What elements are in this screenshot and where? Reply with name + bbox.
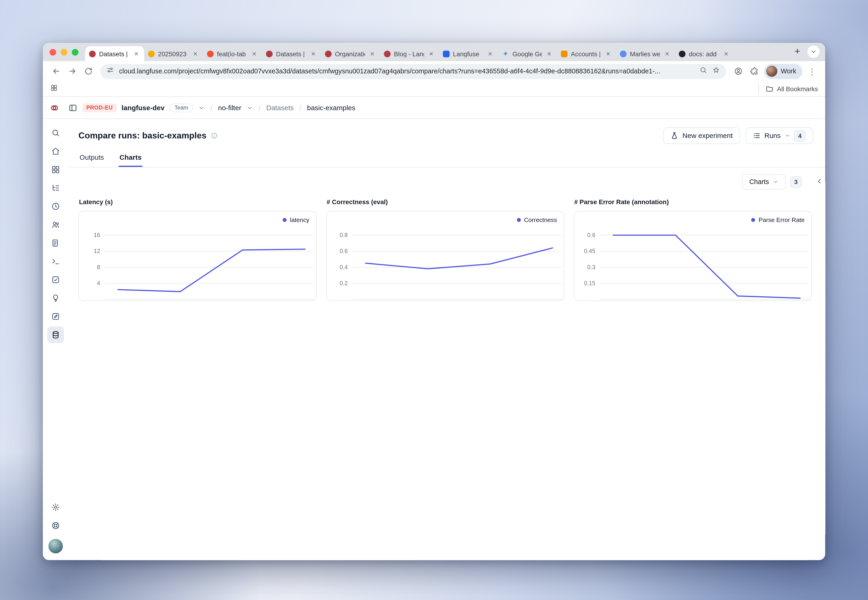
info-icon[interactable] bbox=[211, 132, 218, 139]
users-icon[interactable] bbox=[47, 217, 64, 233]
app-header: PROD-EU langfuse-dev Team / no-filter / … bbox=[43, 97, 825, 119]
browser-tab[interactable]: Datasets | l× bbox=[262, 46, 321, 61]
breadcrumb-datasets[interactable]: Datasets bbox=[266, 104, 294, 112]
runs-label: Runs bbox=[765, 132, 781, 139]
tab-close-icon[interactable]: × bbox=[427, 50, 435, 58]
evals-icon[interactable] bbox=[47, 271, 64, 288]
project-switcher-chevron-icon[interactable] bbox=[246, 104, 253, 111]
tab-close-icon[interactable]: × bbox=[722, 50, 730, 58]
prompts-icon[interactable] bbox=[47, 235, 64, 252]
browser-tab[interactable]: Accounts |× bbox=[557, 46, 616, 61]
browser-tab[interactable]: Organizatio× bbox=[321, 46, 380, 61]
settings-icon[interactable] bbox=[47, 499, 64, 515]
annotation-icon[interactable] bbox=[47, 308, 64, 325]
tab-charts[interactable]: Charts bbox=[118, 153, 143, 167]
svg-text:0.2: 0.2 bbox=[340, 280, 348, 286]
bookmark-star-icon[interactable] bbox=[712, 66, 720, 76]
browser-tab[interactable]: Datasets | l× bbox=[85, 46, 144, 61]
apps-grid-icon[interactable] bbox=[50, 84, 58, 94]
page-tabs: Outputs Charts bbox=[79, 153, 813, 167]
tab-close-icon[interactable]: × bbox=[663, 50, 671, 58]
sidebar-rail bbox=[43, 119, 68, 560]
sidebar-toggle-icon[interactable] bbox=[68, 103, 77, 112]
flask-icon bbox=[671, 132, 678, 139]
back-icon[interactable] bbox=[49, 64, 64, 79]
playground-icon[interactable] bbox=[47, 253, 64, 270]
tab-close-icon[interactable]: × bbox=[486, 50, 494, 58]
browser-profile-chip[interactable]: Work bbox=[764, 64, 802, 79]
chart-card: 481216latency bbox=[79, 211, 317, 301]
svg-text:0.6: 0.6 bbox=[587, 232, 595, 238]
tab-search-chevron-icon[interactable] bbox=[807, 45, 819, 58]
gemini-favicon: ✦ bbox=[502, 50, 509, 57]
charts-dropdown-button[interactable]: Charts bbox=[742, 174, 786, 189]
tab-close-icon[interactable]: × bbox=[369, 50, 376, 58]
extensions-puzzle-icon[interactable] bbox=[747, 64, 762, 79]
line-chart: 0.20.40.60.8 bbox=[326, 211, 564, 300]
tab-title: Google Ge bbox=[513, 50, 542, 57]
browser-window: Datasets | l×20250923×feat(io-tab×Datase… bbox=[43, 43, 825, 560]
tab-outputs[interactable]: Outputs bbox=[79, 153, 105, 167]
folder-icon bbox=[765, 85, 773, 92]
close-window-button[interactable] bbox=[50, 49, 56, 56]
browser-tab[interactable]: Langfuse× bbox=[439, 46, 498, 61]
doc-favicon bbox=[620, 50, 627, 57]
tab-close-icon[interactable]: × bbox=[604, 50, 612, 58]
charts-panel: Charts 3 Latency (s)481216latency# Corre… bbox=[68, 167, 826, 560]
tracing-icon[interactable] bbox=[47, 180, 64, 196]
all-bookmarks-button[interactable]: All Bookmarks bbox=[758, 84, 818, 94]
svg-text:0.4: 0.4 bbox=[340, 264, 348, 270]
sessions-icon[interactable] bbox=[47, 198, 64, 215]
judge-icon[interactable] bbox=[47, 290, 64, 306]
tab-title: Langfuse bbox=[453, 50, 483, 57]
browser-menu-icon[interactable]: ⋮ bbox=[804, 64, 819, 79]
chart-legend: Correctness bbox=[517, 217, 557, 223]
search-icon[interactable] bbox=[47, 124, 64, 141]
zoom-window-button[interactable] bbox=[72, 49, 79, 56]
browser-tab[interactable]: Marlies we× bbox=[616, 46, 675, 61]
address-bar[interactable]: cloud.langfuse.com/project/cmfwgv8fx002o… bbox=[100, 64, 726, 79]
reload-icon[interactable] bbox=[80, 64, 96, 79]
runs-dropdown-button[interactable]: Runs 4 bbox=[745, 127, 813, 144]
datasets-icon[interactable] bbox=[47, 326, 64, 343]
browser-tab[interactable]: ✦Google Ge× bbox=[498, 46, 557, 61]
project-name[interactable]: no-filter bbox=[218, 104, 241, 112]
tab-close-icon[interactable]: × bbox=[132, 50, 140, 58]
org-switcher-chevron-icon[interactable] bbox=[198, 104, 205, 111]
org-name[interactable]: langfuse-dev bbox=[121, 104, 164, 112]
browser-tab[interactable]: docs: add× bbox=[675, 46, 734, 61]
legend-dot-icon bbox=[517, 218, 520, 222]
support-icon[interactable] bbox=[47, 517, 64, 534]
tab-close-icon[interactable]: × bbox=[250, 50, 258, 58]
collapse-panel-icon[interactable] bbox=[816, 177, 824, 185]
tab-close-icon[interactable]: × bbox=[191, 50, 199, 58]
langfuse-favicon bbox=[384, 50, 391, 57]
browser-tab[interactable]: feat(io-tab× bbox=[203, 46, 262, 61]
tab-title: Accounts | bbox=[571, 50, 601, 57]
window-controls bbox=[50, 49, 79, 56]
new-tab-button[interactable]: + bbox=[791, 45, 804, 59]
tab-close-icon[interactable]: × bbox=[310, 50, 317, 58]
breadcrumb-separator: / bbox=[299, 103, 302, 112]
langfuse-docs-favicon bbox=[443, 50, 449, 57]
tab-list: Datasets | l×20250923×feat(io-tab×Datase… bbox=[85, 46, 788, 61]
github-favicon bbox=[679, 50, 686, 57]
dashboards-icon[interactable] bbox=[47, 161, 64, 178]
user-avatar[interactable] bbox=[49, 539, 63, 553]
site-settings-icon[interactable] bbox=[106, 66, 114, 76]
zoom-icon[interactable] bbox=[700, 66, 707, 76]
home-icon[interactable] bbox=[47, 143, 64, 159]
tab-title: Organizatio bbox=[335, 50, 365, 57]
main-content: Compare runs: basic-examples New experim… bbox=[68, 119, 826, 560]
forward-icon[interactable] bbox=[65, 64, 80, 79]
minimize-window-button[interactable] bbox=[61, 49, 67, 56]
account-icon[interactable] bbox=[731, 64, 746, 79]
tab-close-icon[interactable]: × bbox=[545, 50, 553, 58]
new-experiment-label: New experiment bbox=[683, 132, 733, 139]
langfuse-logo[interactable] bbox=[50, 103, 59, 112]
colab-favicon bbox=[148, 50, 155, 57]
browser-tab[interactable]: 20250923× bbox=[144, 46, 203, 61]
new-experiment-button[interactable]: New experiment bbox=[663, 127, 740, 144]
browser-tab[interactable]: Blog - Lang× bbox=[380, 46, 439, 61]
chart-section: # Correctness (eval)0.20.40.60.8Correctn… bbox=[326, 194, 564, 301]
